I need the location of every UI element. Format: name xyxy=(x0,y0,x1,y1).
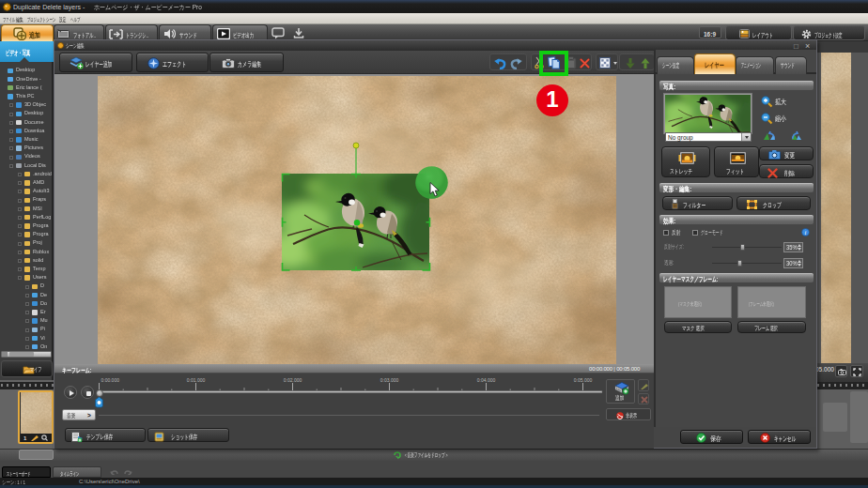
svg-text:0:03.000: 0:03.000 xyxy=(380,377,399,383)
svg-text:0:02.000: 0:02.000 xyxy=(284,377,302,383)
svg-text:0:01.000: 0:01.000 xyxy=(187,377,206,383)
svg-text:i: i xyxy=(805,229,807,236)
svg-text:0:00.000: 0:00.000 xyxy=(101,377,120,383)
svg-text:0:04.000: 0:04.000 xyxy=(477,377,496,383)
svg-text:0:05.000: 0:05.000 xyxy=(574,377,593,383)
